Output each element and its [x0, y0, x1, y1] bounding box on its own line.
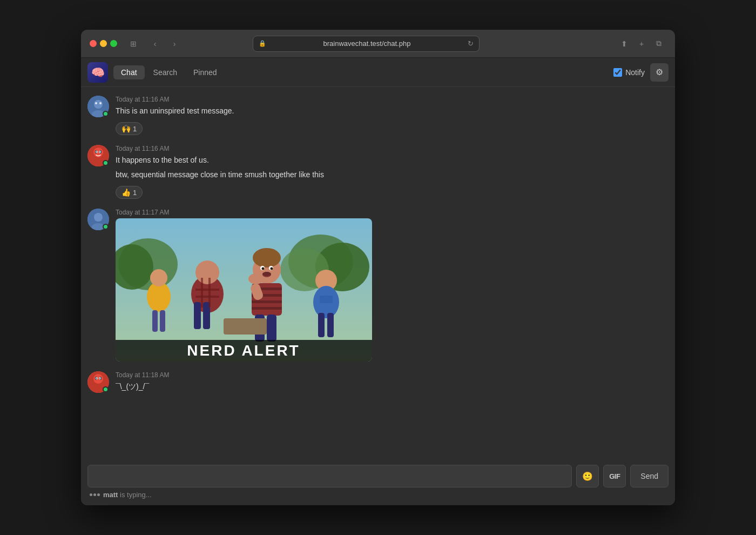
status-dot: [103, 111, 109, 117]
settings-button[interactable]: ⚙: [650, 63, 669, 82]
reaction-emoji: 🙌: [122, 124, 131, 133]
close-button[interactable]: [90, 40, 97, 47]
svg-point-39: [262, 268, 265, 270]
message-input[interactable]: [87, 465, 572, 487]
message-group: Today at 11:18 AM ¯\_(ツ)_/¯: [87, 371, 669, 396]
message-group: Today at 11:16 AM This is an uninspired …: [87, 96, 669, 135]
gear-icon: ⚙: [656, 67, 663, 77]
svg-point-67: [99, 378, 100, 379]
svg-rect-32: [195, 296, 219, 298]
svg-point-66: [96, 378, 97, 379]
gif-button[interactable]: GIF: [603, 465, 626, 487]
browser-chrome: ⊞ ‹ › 🔒 brainwavechat.test/chat.php ↻ ⬆ …: [81, 30, 675, 58]
message-group-gif: Today at 11:17 AM: [87, 209, 669, 362]
svg-rect-33: [201, 278, 203, 307]
browser-window: ⊞ ‹ › 🔒 brainwavechat.test/chat.php ↻ ⬆ …: [81, 30, 675, 505]
emoji-button[interactable]: 🙂: [576, 465, 599, 487]
avatar: [87, 371, 109, 393]
svg-point-42: [262, 272, 271, 276]
message-text: ¯\_(ツ)_/¯: [116, 381, 669, 392]
notify-checkbox[interactable]: [613, 68, 622, 77]
maximize-button[interactable]: [110, 40, 117, 47]
new-tab-button[interactable]: +: [634, 36, 649, 51]
typing-dots: [90, 493, 100, 496]
typing-text: matt is typing...: [103, 491, 152, 499]
svg-rect-56: [327, 313, 334, 337]
back-button[interactable]: ‹: [147, 36, 163, 51]
reaction-badge[interactable]: 👍 1: [116, 186, 143, 199]
browser-actions: ⬆ + ⧉: [617, 36, 666, 51]
logo-emoji: 🧠: [91, 66, 105, 79]
reaction-count: 1: [133, 125, 137, 133]
share-button[interactable]: ⬆: [617, 36, 632, 51]
svg-rect-34: [208, 278, 211, 307]
avatar: [87, 209, 109, 230]
reaction-emoji: 👍: [122, 188, 131, 197]
typing-indicator: matt is typing...: [87, 487, 669, 501]
svg-point-15: [94, 213, 103, 222]
header-tabs: Chat Search Pinned: [113, 65, 225, 79]
svg-rect-47: [252, 307, 282, 310]
svg-point-11: [96, 151, 97, 152]
input-area: 🙂 GIF Send matt is typing...: [81, 459, 675, 505]
svg-point-3: [95, 102, 97, 104]
svg-point-1: [94, 100, 103, 109]
tab-pinned[interactable]: Pinned: [186, 65, 225, 79]
sidebar-toggle-button[interactable]: ⊞: [126, 36, 141, 51]
send-label: Send: [640, 472, 658, 480]
avatar: [87, 145, 109, 166]
minimize-button[interactable]: [100, 40, 107, 47]
status-dot: [103, 160, 109, 166]
svg-rect-46: [252, 300, 282, 303]
url-text: brainwavechat.test/chat.php: [269, 39, 464, 48]
typing-suffix: is typing...: [118, 491, 151, 499]
svg-point-12: [99, 151, 100, 152]
reaction-count: 1: [133, 189, 137, 197]
avatar: [87, 96, 109, 117]
message-timestamp: Today at 11:17 AM: [116, 209, 669, 216]
typing-dot-1: [90, 493, 92, 496]
lock-icon: 🔒: [259, 40, 266, 47]
status-dot: [103, 224, 109, 230]
message-group: Today at 11:16 AM It happens to the best…: [87, 145, 669, 199]
svg-rect-57: [224, 318, 267, 335]
typing-dot-2: [93, 493, 96, 496]
message-text: It happens to the best of us.: [116, 155, 669, 166]
tabs-button[interactable]: ⧉: [651, 36, 666, 51]
message-content: Today at 11:18 AM ¯\_(ツ)_/¯: [116, 371, 669, 396]
address-bar[interactable]: 🔒 brainwavechat.test/chat.php ↻: [253, 36, 480, 52]
tab-search[interactable]: Search: [146, 65, 185, 79]
message-content-gif: Today at 11:17 AM: [116, 209, 669, 362]
messages-area[interactable]: Today at 11:16 AM This is an uninspired …: [81, 87, 675, 459]
svg-rect-51: [267, 315, 276, 342]
message-content: Today at 11:16 AM It happens to the best…: [116, 145, 669, 199]
svg-rect-25: [152, 310, 158, 332]
refresh-icon[interactable]: ↻: [468, 39, 474, 48]
send-button[interactable]: Send: [630, 465, 669, 487]
svg-point-4: [99, 102, 102, 104]
status-dot: [103, 386, 109, 392]
typing-username: matt: [103, 491, 118, 499]
forward-button[interactable]: ›: [167, 36, 182, 51]
typing-dot-3: [97, 493, 100, 496]
svg-text:NERD ALERT: NERD ALERT: [187, 342, 300, 359]
svg-point-36: [253, 248, 281, 268]
chat-header: 🧠 Chat Search Pinned Notify ⚙: [81, 58, 675, 87]
svg-point-24: [150, 269, 167, 286]
message-timestamp: Today at 11:18 AM: [116, 371, 669, 379]
svg-rect-31: [195, 289, 219, 291]
svg-rect-26: [160, 310, 165, 332]
tab-chat[interactable]: Chat: [113, 65, 145, 79]
message-timestamp: Today at 11:16 AM: [116, 96, 669, 103]
message-content: Today at 11:16 AM This is an uninspired …: [116, 96, 669, 135]
message-timestamp: Today at 11:16 AM: [116, 145, 669, 152]
chat-logo: 🧠: [87, 62, 108, 83]
reaction-badge[interactable]: 🙌 1: [116, 122, 143, 135]
chat-app: 🧠 Chat Search Pinned Notify ⚙: [81, 58, 675, 505]
svg-point-40: [271, 268, 273, 270]
emoji-icon: 🙂: [582, 471, 593, 482]
traffic-lights: [90, 40, 117, 47]
svg-rect-55: [318, 313, 325, 337]
notify-section: Notify: [613, 68, 645, 77]
notify-label: Notify: [625, 68, 645, 77]
